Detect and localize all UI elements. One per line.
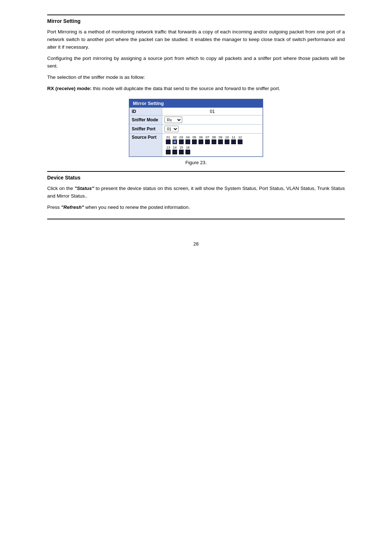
source-port-label: Source Port xyxy=(130,134,162,157)
port-02: 02 xyxy=(172,135,177,144)
id-label: ID xyxy=(130,108,162,116)
mirror-setting-widget: Mirror Setting ID 01 Sniffer Mode Rx xyxy=(129,99,263,157)
port-row-1: 01 02 03 xyxy=(164,135,260,145)
table-row-id: ID 01 xyxy=(130,108,263,116)
mirror-setting-widget-title: Mirror Setting xyxy=(129,99,263,108)
port-09: 09 xyxy=(218,135,223,144)
source-port-checkboxes: 01 02 03 xyxy=(162,134,263,157)
mirror-para-1: Port Mirroring is a method of monitoring… xyxy=(47,28,345,51)
port-11: 11 xyxy=(231,135,236,144)
port-16: 16 xyxy=(185,146,190,154)
mirror-para-3: The selection of the sniffer mode is as … xyxy=(47,74,345,81)
port-06: 06 xyxy=(199,135,203,144)
device-status-section: Device Status Click on the "Status" to p… xyxy=(47,175,345,211)
port-12: 12 xyxy=(238,135,242,144)
device-status-para-1: Click on the "Status" to present the dev… xyxy=(47,185,345,200)
port-01: 01 xyxy=(166,135,171,144)
figure-23-container: Mirror Setting ID 01 Sniffer Mode Rx xyxy=(47,99,345,165)
sniffer-port-select[interactable]: 01 02 xyxy=(164,126,179,132)
status-link-text: "Status" xyxy=(74,186,94,191)
port-10: 10 xyxy=(225,135,229,144)
id-value: 01 xyxy=(162,108,263,116)
mirror-setting-title: Mirror Setting xyxy=(47,18,345,24)
port-05: 05 xyxy=(192,135,197,144)
mirror-setting-section: Mirror Setting Port Mirroring is a metho… xyxy=(47,18,345,165)
port-07: 07 xyxy=(205,135,210,144)
rx-mode-text: this mode will duplicate the data that s… xyxy=(91,86,280,91)
page-content: Mirror Setting Port Mirroring is a metho… xyxy=(40,0,352,261)
sniffer-port-value: 01 02 xyxy=(162,125,263,134)
mirror-para-2: Configuring the port mirroring by assign… xyxy=(47,55,345,70)
port-13: 13 xyxy=(166,146,171,154)
sniffer-mode-value: Rx Tx Both xyxy=(162,116,263,125)
table-row-sniffer-port: Sniffer Port 01 02 xyxy=(130,125,263,134)
port-14: 14 xyxy=(172,146,177,154)
port-08: 08 xyxy=(212,135,216,144)
page-number: 28 xyxy=(47,241,345,247)
sniffer-mode-select[interactable]: Rx Tx Both xyxy=(164,117,182,123)
refresh-link-text: "Refresh" xyxy=(61,204,84,210)
middle-divider xyxy=(47,171,345,172)
table-row-source-port: Source Port 01 02 xyxy=(130,134,263,157)
port-04: 04 xyxy=(185,135,190,144)
device-status-para-2: Press "Refresh" when you need to renew t… xyxy=(47,204,345,211)
rx-mode-para: RX (receive) mode: this mode will duplic… xyxy=(47,85,345,93)
mirror-setting-table: ID 01 Sniffer Mode Rx Tx Both xyxy=(129,108,263,157)
port-03: 03 xyxy=(179,135,184,144)
device-status-title: Device Status xyxy=(47,175,345,181)
port-15: 15 xyxy=(179,146,184,154)
rx-mode-label: RX (receive) mode: xyxy=(47,86,91,91)
bottom-divider xyxy=(47,219,345,219)
figure-caption: Figure 23. xyxy=(185,160,207,165)
sniffer-port-label: Sniffer Port xyxy=(130,125,162,134)
port-row-2: 13 14 15 xyxy=(164,145,260,155)
top-divider xyxy=(47,15,345,15)
table-row-sniffer-mode: Sniffer Mode Rx Tx Both xyxy=(130,116,263,125)
sniffer-mode-label: Sniffer Mode xyxy=(130,116,162,125)
